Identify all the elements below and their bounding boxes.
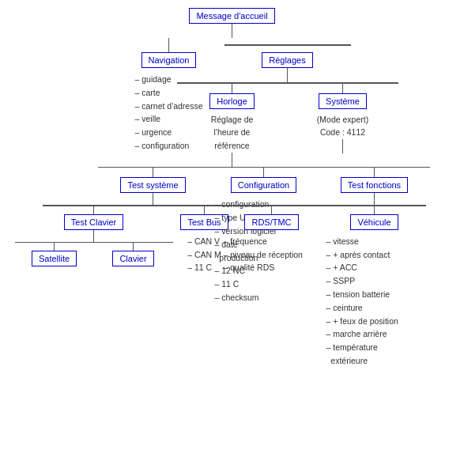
systeme-vline	[342, 84, 344, 93]
rds-tmc-label: RDS/TMC	[251, 217, 291, 227]
veh-item-5: – tension batterie	[326, 288, 398, 301]
sat-vline	[54, 243, 55, 251]
root-label: Message d'accueil	[196, 11, 267, 21]
test-systeme-label: Test système	[127, 180, 178, 190]
nav-vline-top	[168, 38, 170, 52]
horloge-bottom-vline	[232, 153, 233, 167]
systeme-label: Système	[326, 96, 360, 106]
rds-item-2: – niveau de réception	[224, 248, 303, 262]
node-horloge: Horloge	[209, 93, 255, 109]
reglages-label: Réglages	[269, 55, 305, 65]
node-navigation: Navigation	[141, 52, 197, 68]
center-col: Réglages Horloge	[224, 38, 351, 368]
veh-item-6: – ceinture	[326, 301, 398, 315]
clav-vline	[133, 243, 134, 251]
level3-container: Test système Test Clavier	[98, 167, 430, 368]
horloge-desc: Réglage del'heure deréférence	[211, 113, 254, 153]
tf-vline	[374, 168, 375, 177]
reglages-vline	[287, 68, 289, 82]
tree-container: Message d'accueil Navigation – guidage	[8, 8, 456, 368]
node-test-clavier: Test Clavier	[64, 214, 123, 230]
tf-bottom-vline	[374, 193, 375, 205]
navigation-label: Navigation	[149, 55, 190, 65]
ts-vline	[153, 168, 154, 177]
rds-list: – fréquence – niveau de réception – qual…	[221, 235, 303, 274]
systeme-bottom-vline	[342, 139, 344, 153]
test-clavier-label: Test Clavier	[71, 217, 116, 227]
nav-reglages-hline	[224, 44, 351, 46]
tc-vline	[93, 206, 95, 214]
test-fonctions-label: Test fonctions	[348, 180, 401, 190]
horloge-col: Horloge Réglage del'heure deréférence	[177, 82, 288, 167]
horloge-text: Réglage del'heure deréférence	[211, 115, 254, 151]
veh-item-1: – vitesse	[326, 235, 398, 248]
vehicule-list: – vitesse – + après contact – + ACC – SS…	[323, 235, 398, 368]
veh-item-9: – température	[326, 341, 398, 354]
veh-item-10: extérieure	[326, 354, 398, 368]
horloge-systeme-row: Horloge Réglage del'heure deréférence	[177, 82, 398, 167]
satellite-label: Satellite	[39, 254, 70, 263]
hline-container	[224, 38, 351, 52]
level-0-row: Message d'accueil	[8, 8, 456, 24]
navigation-branch: Navigation – guidage – carte – carnet d'…	[114, 38, 351, 368]
root-vline	[8, 24, 456, 38]
cfg-vline	[263, 168, 265, 177]
rds-vehicule-row: RDS/TMC – fréquence – niveau de réceptio…	[221, 205, 426, 367]
systeme-desc: (Mode expert) Code : 4112	[317, 113, 368, 140]
test-fonctions-col: Test fonctions RDS/TMC	[319, 167, 430, 368]
test-clavier-col: Test Clavier	[43, 205, 145, 266]
node-root: Message d'accueil	[189, 8, 274, 24]
systeme-col: Système (Mode expert) Code : 4112	[288, 82, 398, 153]
vehicule-items: – vitesse – + après contact – + ACC – SS…	[326, 235, 398, 368]
veh-item-3: – + ACC	[326, 261, 398, 274]
tc-bottom-vline	[93, 230, 95, 242]
node-reglages: Réglages	[262, 52, 312, 68]
horloge-label: Horloge	[217, 96, 247, 106]
veh-item-7: – + feux de position	[326, 315, 398, 328]
node-configuration: Configuration	[231, 177, 296, 193]
clavier-label: Clavier	[119, 254, 146, 263]
rds-item-3: – qualité RDS	[224, 261, 303, 274]
vehicule-col: Véhicule – vitesse – + après contact – +…	[323, 205, 426, 367]
satellite-col: Satellite	[15, 242, 94, 267]
ts-bottom-vline	[153, 193, 154, 205]
node-systeme: Système	[319, 93, 367, 109]
node-satellite: Satellite	[32, 251, 77, 266]
vehicule-label: Véhicule	[357, 217, 390, 227]
rds-items: – fréquence – niveau de réception – qual…	[224, 235, 303, 274]
rds-vline	[271, 206, 273, 214]
node-rds-tmc: RDS/TMC	[244, 214, 298, 230]
horloge-vline	[232, 84, 233, 93]
veh-vline	[374, 206, 375, 214]
veh-item-4: – SSPP	[326, 274, 398, 288]
rds-col: RDS/TMC – fréquence – niveau de réceptio…	[221, 205, 323, 274]
test-systeme-col: Test système Test Clavier	[98, 167, 209, 274]
rds-item-1: – fréquence	[224, 235, 303, 248]
systeme-text-2: Code : 4112	[320, 127, 365, 137]
node-test-fonctions: Test fonctions	[341, 177, 408, 193]
veh-item-2: – + après contact	[326, 248, 398, 262]
node-vehicule: Véhicule	[350, 214, 398, 230]
configuration-label: Configuration	[238, 180, 289, 190]
level-1-container: Navigation – guidage – carte – carnet d'…	[8, 38, 456, 368]
systeme-text-1: (Mode expert)	[317, 115, 368, 124]
node-test-systeme: Test système	[120, 177, 185, 193]
tb-vline	[204, 206, 206, 214]
veh-item-8: – marche arrière	[326, 327, 398, 341]
